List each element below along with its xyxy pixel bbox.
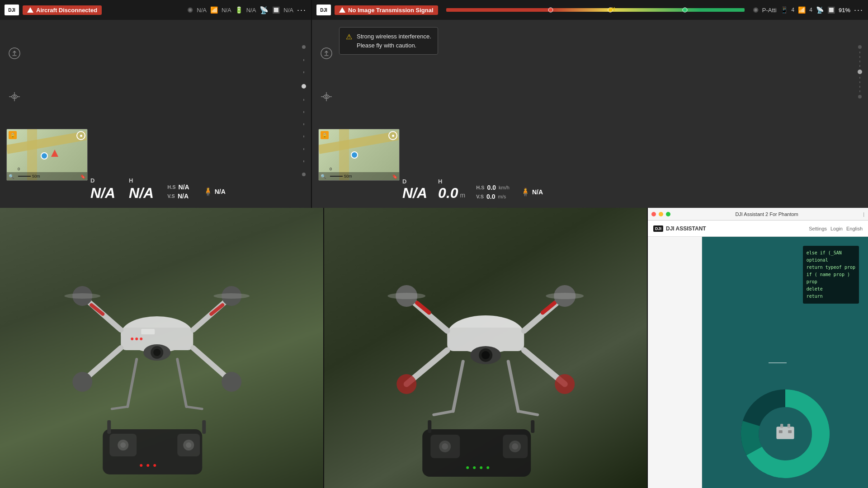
right-controls (318, 45, 335, 105)
hs-label-left: H.S (167, 184, 175, 190)
battery-icon-left: 🔋 (235, 6, 243, 14)
upload-icon-left[interactable] (6, 45, 23, 61)
assistant-inner: DJI Assistant 2 For Phantom | DJI DJI AS… (648, 208, 868, 488)
drone-control-icon-right[interactable] (318, 89, 335, 105)
assist-sidebar (648, 237, 702, 488)
slider-tick-r5 (859, 77, 860, 79)
svg-rect-35 (141, 329, 155, 334)
hs-right: H.S 0.0 km/h (476, 184, 509, 191)
hs-value-right: 0.0 (487, 184, 496, 191)
svg-point-80 (473, 466, 476, 469)
map-zoom-in-right[interactable]: 🔍 (321, 174, 326, 179)
slider-tick-r6 (859, 81, 860, 83)
distance-right: D N/A (402, 178, 427, 202)
distance-left: D N/A (90, 177, 115, 202)
warning-line1: Strong wireless interference. (357, 32, 431, 41)
slider-tick-left (303, 59, 304, 61)
svg-line-70 (434, 411, 453, 415)
svg-point-47 (146, 464, 149, 467)
drone-control-icon-left[interactable] (6, 89, 23, 105)
map-lock-icon-right[interactable]: 🔒 (321, 131, 329, 139)
svg-point-25 (222, 372, 241, 392)
slider-tick-left (303, 123, 304, 125)
vs-unit-right: m/s (498, 194, 506, 199)
svg-rect-83 (428, 420, 431, 433)
vs-left: V.S N/A (167, 192, 189, 200)
svg-point-27 (213, 293, 250, 299)
photo-2-bg (324, 208, 647, 488)
vertical-slider-right[interactable] (858, 45, 862, 176)
language-link[interactable]: English (846, 226, 863, 231)
svg-point-81 (480, 466, 482, 469)
h-label-left: H (129, 177, 154, 184)
slider-handle-left[interactable] (302, 84, 306, 89)
d-label-right: D (402, 178, 427, 185)
svg-point-30 (153, 349, 160, 356)
propeller-icon-right: ✺ (753, 6, 759, 14)
map-lock-icon-left[interactable]: 🔒 (9, 131, 17, 139)
ruler-dot-green (682, 8, 687, 13)
assistant-panel: DJI Assistant 2 For Phantom | DJI DJI AS… (648, 208, 868, 488)
person-right: 🧍 N/A (520, 187, 543, 197)
slider-tick-left (303, 111, 304, 113)
dji-logo-assistant: DJI (653, 225, 663, 232)
gps-icon-right: 🔲 (827, 6, 835, 14)
map-bookmark-left[interactable]: 🔖 (80, 174, 85, 179)
assistant-title: DJI Assistant 2 For Phantom (673, 211, 860, 217)
login-link[interactable]: Login (830, 226, 843, 231)
svg-point-43 (120, 442, 126, 448)
hs-value-left: N/A (179, 183, 189, 191)
hs-left: H.S N/A (167, 183, 189, 191)
right-header: DJI No Image Transmission Signal H ✺ P-A… (312, 0, 868, 20)
svg-point-79 (466, 466, 469, 469)
svg-point-1 (12, 95, 17, 99)
svg-rect-92 (778, 430, 782, 433)
svg-point-24 (72, 372, 92, 392)
map-bookmark-right[interactable]: 🔖 (392, 174, 397, 179)
slider-tick-left (303, 148, 304, 150)
vertical-slider-left[interactable] (302, 45, 306, 176)
titlebar-maximize[interactable] (666, 212, 670, 216)
settings-link[interactable]: Settings (809, 226, 827, 231)
svg-line-33 (112, 407, 127, 409)
d-label-left: D (90, 177, 115, 184)
warning-triangle-right (339, 7, 345, 13)
person-icon-left: 🧍 (203, 187, 213, 197)
slider-tick-r4 (859, 65, 860, 67)
titlebar-close[interactable] (651, 212, 656, 216)
slider-bottom-right (858, 95, 862, 99)
map-zoom-in-left[interactable]: 🔍 (9, 174, 14, 179)
slider-tick-r7 (859, 86, 860, 88)
menu-dots-right[interactable]: ··· (854, 5, 863, 15)
propeller-icon-left: ✺ (187, 6, 193, 14)
ruler-dot-red (548, 8, 553, 13)
assist-content: else if (_SAN optional return typeof pro… (648, 237, 868, 488)
svg-line-32 (177, 359, 186, 407)
slider-top-right (858, 45, 862, 49)
right-panel: DJI No Image Transmission Signal H ✺ P-A… (312, 0, 868, 208)
photo-1-bg (0, 208, 323, 488)
vs-value-right: 0.0 (486, 193, 495, 200)
slider-handle-right[interactable] (858, 70, 862, 74)
svg-point-26 (64, 293, 100, 299)
svg-line-31 (127, 359, 137, 407)
ruler-label-h: H (611, 6, 615, 12)
svg-point-37 (135, 338, 138, 340)
slider-tick-r8 (859, 90, 860, 92)
d-value-left: N/A (90, 185, 115, 202)
slider-tick-left (303, 160, 304, 162)
titlebar-minimize[interactable] (659, 212, 663, 216)
menu-dots-left[interactable]: ··· (297, 5, 307, 15)
map-target-icon-left[interactable] (76, 131, 85, 140)
map-scale-zero-right: 0 (330, 167, 332, 171)
svg-point-82 (486, 466, 489, 469)
right-status-text: No Image Transmission Signal (348, 7, 434, 14)
map-drone-marker-left (41, 152, 48, 160)
mode-na-left: N/A (197, 7, 207, 14)
map-target-icon-right[interactable] (388, 131, 397, 140)
h-value-right: 0.0 (438, 185, 458, 202)
warning-triangle-left (27, 7, 33, 13)
vs-value-left: N/A (178, 192, 189, 200)
upload-icon-right[interactable] (318, 45, 335, 61)
drone-svg-1 (0, 208, 323, 488)
